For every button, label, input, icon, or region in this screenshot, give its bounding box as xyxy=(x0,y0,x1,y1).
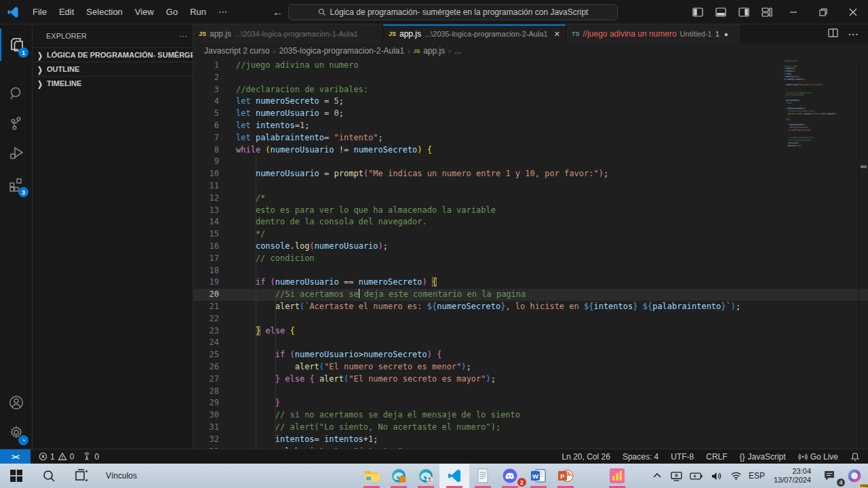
sidebar-section-project[interactable]: ❯ LÓGICA DE PROGRAMACIÓN- SUMÉRGETE ... xyxy=(33,47,193,62)
toggle-primary-sidebar-icon[interactable] xyxy=(686,0,709,24)
extensions-icon[interactable]: 3 xyxy=(0,168,33,201)
search-sidebar-icon[interactable] xyxy=(0,77,33,110)
tab-untitled-1[interactable]: TS //juego adivina un numero Untitled-1 … xyxy=(566,24,741,43)
menu-more-icon[interactable]: ⋯ xyxy=(212,4,233,20)
menu-view[interactable]: View xyxy=(129,4,160,20)
time: 23:04 xyxy=(792,467,811,476)
menu-go[interactable]: Go xyxy=(160,4,184,20)
source-control-icon[interactable] xyxy=(0,107,33,140)
code-line: 4let numeroSecreto = 5; xyxy=(193,96,868,108)
ports-status[interactable]: 0 xyxy=(78,449,103,464)
explorer-badge: 1 xyxy=(18,47,28,58)
sidebar-section-outline[interactable]: ❯ OUTLINE xyxy=(33,62,193,76)
explorer-more-icon[interactable]: ⋯ xyxy=(180,32,187,41)
customize-layout-icon[interactable] xyxy=(755,0,778,24)
code-editor[interactable]: 1//juego adivina un numero23//declaracio… xyxy=(193,58,868,449)
file-explorer-taskbar-icon[interactable] xyxy=(358,464,385,488)
powerbi-taskbar-icon[interactable] xyxy=(604,464,631,488)
breadcrumb-symbol[interactable]: ... xyxy=(454,46,461,56)
menu-run[interactable]: Run xyxy=(184,4,212,20)
minimize-button[interactable] xyxy=(778,0,808,24)
notifications-bell-icon[interactable] xyxy=(846,449,864,464)
language-mode[interactable]: {}JavaScript xyxy=(736,449,790,464)
vscode-logo-icon xyxy=(6,5,20,19)
go-live-button[interactable]: Go Live xyxy=(794,449,842,464)
code-line: 31 // alert("Lo siento, No acertaste el … xyxy=(193,422,868,434)
breadcrumb-folder[interactable]: 2035-logica-programacion-2-Aula1 xyxy=(279,46,404,56)
code-line: 30 // si no acertamos se deja el mensaje… xyxy=(193,409,868,422)
indent-guide xyxy=(275,289,276,445)
tab-appjs-2034[interactable]: JS app.js ...\2034-logica-programacion-1… xyxy=(193,24,383,43)
code-line: 13 esto es para ver lo que ha almacenado… xyxy=(193,205,868,217)
command-center-text: Lógica de programación- sumérgete en la … xyxy=(330,7,589,17)
menu-selection[interactable]: Selection xyxy=(80,4,128,20)
explorer-icon[interactable]: 1 xyxy=(0,28,33,61)
code-line: 24 xyxy=(193,337,868,349)
tray-expand-icon[interactable] xyxy=(648,464,667,488)
code-lines: 1//juego adivina un numero23//declaracio… xyxy=(193,60,868,449)
task-view-icon[interactable] xyxy=(65,464,98,488)
code-line: 6let intentos=1; xyxy=(193,120,868,132)
edge-browser-profile-icon[interactable] xyxy=(412,464,439,488)
menu-edit[interactable]: Edit xyxy=(53,4,80,20)
breadcrumb-file[interactable]: app.js xyxy=(423,46,445,56)
tab-close-icon[interactable]: ✕ xyxy=(554,30,560,39)
scrollbar-marker xyxy=(861,165,867,168)
titlebar: File Edit Selection View Go Run ⋯ ← → Ló… xyxy=(0,0,868,24)
remote-indicator-icon[interactable]: >< xyxy=(0,449,31,464)
taskbar-search-icon[interactable] xyxy=(33,464,65,488)
encoding-status[interactable]: UTF-8 xyxy=(667,449,698,464)
minimap[interactable]: //juego adivina un numero //declaracion … xyxy=(784,60,849,447)
menu-file[interactable]: File xyxy=(26,4,53,20)
tab-appjs-2035-active[interactable]: JS app.js ...\2035-logica-programacion-2… xyxy=(383,24,566,43)
code-line: 7let palabraintento= "intento"; xyxy=(193,132,868,144)
account-icon[interactable] xyxy=(0,386,33,419)
links-toolbar[interactable]: Vínculos xyxy=(98,464,145,488)
volume-icon[interactable] xyxy=(706,464,726,488)
run-debug-icon[interactable] xyxy=(0,137,33,169)
close-button[interactable] xyxy=(838,0,868,24)
settings-gear-icon[interactable]: ◔ xyxy=(0,416,33,449)
date: 13/07/2024 xyxy=(774,476,811,485)
settings-sync-badge-icon: ◔ xyxy=(18,435,28,445)
editor-more-icon[interactable]: ⋯ xyxy=(848,28,859,41)
notepad-taskbar-icon[interactable] xyxy=(469,464,496,488)
word-taskbar-icon[interactable]: W xyxy=(525,464,552,488)
edge-browser-work-icon[interactable] xyxy=(385,464,412,488)
indentation-status[interactable]: Spaces: 4 xyxy=(618,449,663,464)
split-editor-icon[interactable] xyxy=(828,28,838,41)
code-line: 27 } else { alert("El numero secreto es … xyxy=(193,373,868,386)
indent-guide xyxy=(256,156,256,449)
sidebar-section-timeline[interactable]: ❯ TIMELINE xyxy=(33,76,193,90)
wifi-icon[interactable] xyxy=(726,464,745,488)
notification-center-icon[interactable]: 4 xyxy=(817,464,842,488)
problems-status[interactable]: 1 0 xyxy=(35,449,78,464)
code-line: 28 xyxy=(193,386,868,398)
code-line: 17 // condicion xyxy=(193,253,868,265)
taskbar-clock[interactable]: 23:04 13/07/2024 xyxy=(765,464,811,488)
vertical-scrollbar[interactable] xyxy=(859,58,868,449)
cursor-position[interactable]: Ln 20, Col 26 xyxy=(557,449,614,464)
discord-taskbar-icon[interactable]: 2 xyxy=(496,464,524,488)
nav-back-icon[interactable]: ← xyxy=(273,6,283,18)
explorer-sidebar: EXPLORER ⋯ ❯ LÓGICA DE PROGRAMACIÓN- SUM… xyxy=(33,24,193,449)
code-line: 12 /* xyxy=(193,192,868,205)
chevron-right-icon: ❯ xyxy=(36,50,45,59)
cast-display-icon[interactable] xyxy=(667,464,686,488)
battery-icon[interactable] xyxy=(686,464,706,488)
modified-dot-icon[interactable]: ● xyxy=(724,30,728,38)
breadcrumb-folder[interactable]: Javascript 2 curso xyxy=(204,46,270,56)
restore-button[interactable] xyxy=(808,0,838,24)
toggle-panel-icon[interactable] xyxy=(709,0,732,24)
code-line: 1//juego adivina un numero xyxy=(193,60,868,72)
toggle-secondary-sidebar-icon[interactable] xyxy=(732,0,755,24)
vscode-taskbar-icon[interactable] xyxy=(439,464,469,488)
command-center-search[interactable]: Lógica de programación- sumérgete en la … xyxy=(288,4,618,20)
code-line: 15 */ xyxy=(193,228,868,241)
extensions-badge: 3 xyxy=(18,187,28,197)
start-button[interactable] xyxy=(0,464,33,488)
powerpoint-taskbar-icon[interactable]: P xyxy=(552,464,579,488)
copilot-icon[interactable]: PRE xyxy=(843,464,866,488)
svg-text:P: P xyxy=(560,472,565,480)
eol-status[interactable]: CRLF xyxy=(702,449,731,464)
